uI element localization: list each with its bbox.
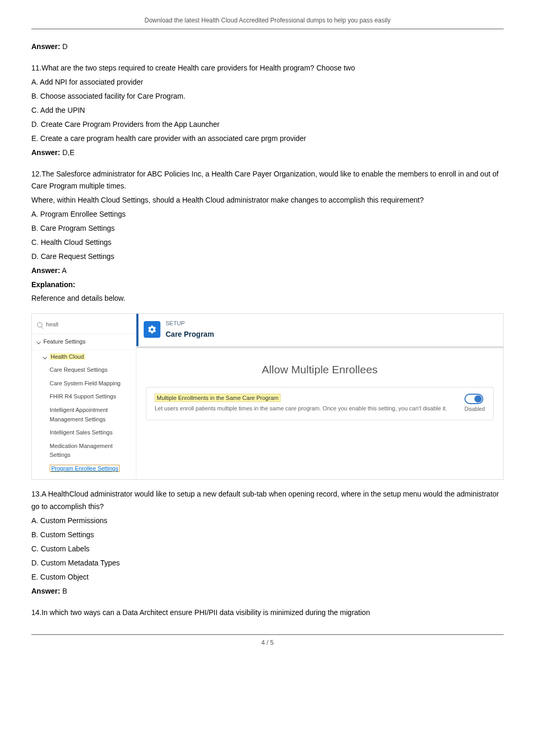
setup-sidebar: healt Feature Settings Health Cloud Care… <box>32 314 136 479</box>
sidebar-item-intelligent-appointment[interactable]: Intelligent Appointment Management Setti… <box>32 404 136 426</box>
sidebar-item-intelligent-sales[interactable]: Intelligent Sales Settings <box>32 426 136 440</box>
page-header-bar: SETUP Care Program <box>136 314 503 348</box>
q12-opt-b: B. Care Program Settings <box>31 222 504 234</box>
toggle-state-label: Disabled <box>464 405 485 414</box>
q13-opt-a: A. Custom Permissions <box>31 515 504 527</box>
setup-label: SETUP <box>166 319 214 328</box>
page-header: Download the latest Health Cloud Accredi… <box>31 16 504 29</box>
answer-label: Answer: <box>31 587 60 595</box>
explanation-label: Explanation: <box>31 279 504 290</box>
health-cloud-label: Health Cloud <box>50 353 85 360</box>
q13-opt-b: B. Custom Settings <box>31 529 504 541</box>
q14-block: 14.In which two ways can a Data Architec… <box>31 607 504 619</box>
q13-opt-e: E. Custom Object <box>31 571 504 583</box>
enrollment-toggle[interactable] <box>464 394 483 404</box>
explanation-text: Reference and details below. <box>31 292 504 304</box>
page-footer: 4 / 5 <box>31 634 504 648</box>
q13-block: 13.A HealthCloud administrator would lik… <box>31 488 504 597</box>
sidebar-item-care-system-field[interactable]: Care System Field Mapping <box>32 377 136 391</box>
sidebar-item-care-request[interactable]: Care Request Settings <box>32 363 136 377</box>
enrollment-setting-card: Multiple Enrollments in the Same Care Pr… <box>146 387 494 420</box>
answer-label: Answer: <box>31 148 60 157</box>
q11-opt-e: E. Create a care program health care pro… <box>31 133 504 145</box>
sidebar-item-medication-management[interactable]: Medication Management Settings <box>32 440 136 462</box>
search-icon <box>37 322 42 327</box>
q13-prompt: 13.A HealthCloud administrator would lik… <box>31 488 504 512</box>
q12-prompt-1: 12.The Salesforce administrator for ABC … <box>31 168 504 192</box>
q10-answer-block: Answer: D <box>31 41 504 52</box>
chevron-down-icon <box>43 355 47 359</box>
q12-opt-d: D. Care Request Settings <box>31 251 504 263</box>
chevron-down-icon <box>37 340 41 344</box>
q11-opt-d: D. Create Care Program Providers from th… <box>31 119 504 131</box>
q11-opt-c: C. Add the UPIN <box>31 104 504 116</box>
q12-opt-a: A. Program Enrollee Settings <box>31 208 504 220</box>
feature-settings-label: Feature Settings <box>43 338 86 345</box>
gear-icon <box>144 321 160 338</box>
feature-settings-header[interactable]: Feature Settings <box>32 334 136 350</box>
search-input-text: healt <box>46 321 59 327</box>
q12-opt-c: C. Health Cloud Settings <box>31 237 504 249</box>
sidebar-item-fhir-r4[interactable]: FHIR R4 Support Settings <box>32 390 136 404</box>
answer-value: B <box>62 587 67 595</box>
q11-opt-a: A. Add NPI for associated provider <box>31 76 504 88</box>
setup-main-area: SETUP Care Program Allow Multiple Enroll… <box>136 314 503 479</box>
q11-prompt: 11.What are the two steps required to cr… <box>31 62 504 74</box>
answer-value: D,E <box>62 148 74 157</box>
setup-screenshot: healt Feature Settings Health Cloud Care… <box>31 313 504 480</box>
q12-block: 12.The Salesforce administrator for ABC … <box>31 168 504 304</box>
q13-opt-d: D. Custom Metadata Types <box>31 557 504 569</box>
q12-prompt-2: Where, within Health Cloud Settings, sho… <box>31 194 504 206</box>
sidebar-item-program-enrollee[interactable]: Program Enrollee Settings <box>32 462 136 476</box>
answer-value: A <box>62 266 66 275</box>
enrollment-description: Let users enroll patients multiple times… <box>155 404 456 414</box>
quick-find-row[interactable]: healt <box>32 318 136 334</box>
answer-label: Answer: <box>31 42 60 51</box>
q11-opt-b: B. Choose associated facility for Care P… <box>31 90 504 102</box>
answer-label: Answer: <box>31 266 60 275</box>
health-cloud-header[interactable]: Health Cloud <box>32 350 136 364</box>
q14-prompt: 14.In which two ways can a Data Architec… <box>31 607 504 619</box>
q13-opt-c: C. Custom Labels <box>31 543 504 555</box>
allow-multiple-heading: Allow Multiple Enrollees <box>136 348 503 387</box>
care-program-title: Care Program <box>166 328 214 340</box>
enrollment-title-highlight: Multiple Enrollments in the Same Care Pr… <box>155 394 281 402</box>
sidebar-active-link[interactable]: Program Enrollee Settings <box>50 465 120 472</box>
answer-value: D <box>62 42 67 51</box>
q11-block: 11.What are the two steps required to cr… <box>31 62 504 159</box>
